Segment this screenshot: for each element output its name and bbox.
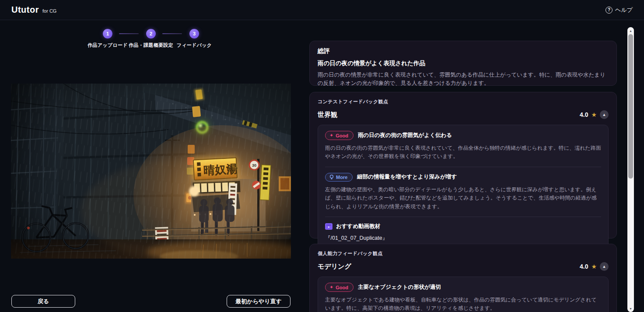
stepper-step-feedback[interactable]: 3 フィードバック xyxy=(157,29,231,49)
divider xyxy=(325,217,601,217)
good-item-body: 主要なオブジェクトである建物や看板、自転車などの形状は、作品の雰囲気に合っていて… xyxy=(325,296,601,312)
good-item-title: 雨の日の夜の街の雰囲気がよく伝わる xyxy=(358,132,452,139)
step-number-2: 2 xyxy=(146,29,156,39)
star-icon: ★ xyxy=(591,112,597,118)
brand-name: Ututor xyxy=(11,5,39,15)
brand-suffix: for CG xyxy=(42,8,56,14)
good-item-body: 雨の日の夜の街の雰囲気が非常に良く表現されていて、作品全体から独特の情緒が感じら… xyxy=(325,144,601,161)
contest-feedback-body: ✦ Good 雨の日の夜の街の雰囲気がよく伝わる 雨の日の夜の街の雰囲気が非常に… xyxy=(318,125,609,260)
star-icon: ★ xyxy=(591,263,597,270)
personal-feedback-panel: 個人能力フィードバック観点 モデリング 4.0 ★ ▲ ✦ Good 主要なオブ… xyxy=(309,244,617,312)
stepper-connector xyxy=(162,33,182,34)
divider xyxy=(325,167,601,167)
rating-value: 4.0 xyxy=(580,263,588,270)
rainy-night-scene: 晴奴湯 命 xyxy=(11,84,291,259)
scrollbar-thumb[interactable] xyxy=(628,34,633,179)
sparkle-icon: ✦ xyxy=(329,284,333,290)
stepper-connector xyxy=(119,33,139,34)
more-badge: More xyxy=(325,173,353,182)
personal-card-title: モデリング xyxy=(318,263,351,271)
app-logo: Ututor for CG xyxy=(11,5,56,15)
contest-feedback-panel: コンテストフィードバック観点 世界観 4.0 ★ ▲ ✦ Good 雨の日の夜の… xyxy=(309,92,617,238)
good-badge: ✦ Good xyxy=(325,283,354,292)
sparkle-icon: ✦ xyxy=(329,133,333,138)
video-link[interactable]: 『/01_02_07_Duplicate』 xyxy=(325,235,601,242)
overall-review-panel: 総評 雨の日の夜の情景がよく表現された作品 雨の日の夜の情景が非常に良く表現され… xyxy=(309,41,617,86)
scroll-up-arrow[interactable]: ▲ xyxy=(627,28,634,34)
scroll-down-arrow[interactable]: ▼ xyxy=(627,305,634,312)
restart-button[interactable]: 最初からやり直す xyxy=(227,295,290,308)
more-item-title: 細部の情報量を増やすとより深みが増す xyxy=(357,173,457,181)
video-section-title: おすすめ動画教材 xyxy=(336,223,380,230)
step-number-1: 1 xyxy=(103,29,112,39)
back-button[interactable]: 戻る xyxy=(11,295,75,308)
good-badge: ✦ Good xyxy=(325,131,354,140)
overall-title: 総評 xyxy=(318,47,609,55)
overall-body: 雨の日の夜の情景が非常に良く表現されていて、雰囲気のある作品に仕上がっています。… xyxy=(318,71,609,88)
personal-feedback-body: ✦ Good 主要なオブジェクトの形状が適切 主要なオブジェクトである建物や看板… xyxy=(318,277,609,312)
contest-card-title: 世界観 xyxy=(318,111,337,119)
personal-rating: 4.0 ★ ▲ xyxy=(580,262,609,271)
contest-rating: 4.0 ★ ▲ xyxy=(580,110,609,119)
question-circle-icon: ? xyxy=(606,7,612,14)
help-button[interactable]: ? ヘルプ xyxy=(606,6,633,14)
step-number-3: 3 xyxy=(189,29,199,39)
app-header: Ututor for CG ? ヘルプ xyxy=(0,0,644,20)
personal-section-label: 個人能力フィードバック観点 xyxy=(318,250,609,257)
artwork-image: 晴奴湯 命 xyxy=(11,84,291,259)
video-icon xyxy=(325,223,332,230)
step-label-3: フィードバック xyxy=(157,42,231,49)
help-label: ヘルプ xyxy=(615,6,633,14)
rating-value: 4.0 xyxy=(580,111,588,118)
contest-section-label: コンテストフィードバック観点 xyxy=(318,98,609,105)
page-scrollbar[interactable]: ▲ ▼ xyxy=(627,27,634,312)
collapse-chevron-button[interactable]: ▲ xyxy=(600,110,609,119)
lightbulb-icon xyxy=(329,175,334,180)
more-item-body: 左側の建物の壁面や、奥の暗い部分のディテールがもう少しあると、さらに世界観に深み… xyxy=(325,186,601,211)
overall-headline: 雨の日の夜の情景がよく表現された作品 xyxy=(318,60,609,67)
collapse-chevron-button[interactable]: ▲ xyxy=(600,262,609,271)
good-item-title: 主要なオブジェクトの形状が適切 xyxy=(358,284,441,291)
